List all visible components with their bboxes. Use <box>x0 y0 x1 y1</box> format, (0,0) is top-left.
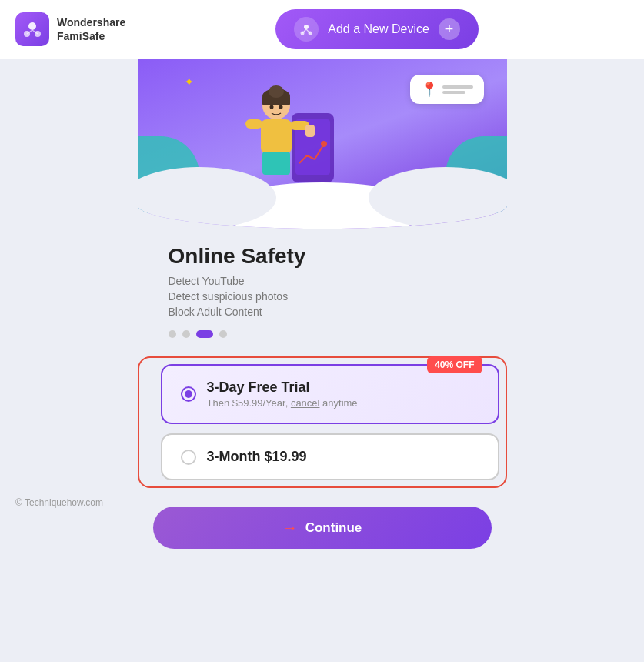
location-pin-icon: 📍 <box>421 81 438 98</box>
feature-item-3: Block Adult Content <box>169 306 476 318</box>
speech-bubble: 📍 <box>410 75 484 104</box>
discount-badge: 40% OFF <box>427 356 482 373</box>
bubble-line-2 <box>442 91 465 94</box>
content-section: Online Safety Detect YouTube Detect susp… <box>138 244 507 356</box>
add-device-button[interactable]: Add a New Device + <box>275 9 479 49</box>
continue-arrow-red: → <box>282 519 298 537</box>
app-header: Wondershare FamiSafe Add a New Device + <box>0 0 644 59</box>
continue-label: Continue <box>305 520 362 536</box>
plan-trial-inner: 3-Day Free Trial Then $59.99/Year, cance… <box>181 379 479 409</box>
add-device-plus: + <box>439 18 460 40</box>
plans-container: 40% OFF 3-Day Free Trial Then $59.99/Yea… <box>145 364 515 480</box>
star-1: ✦ <box>184 75 194 89</box>
plan-monthly-inner: 3-Month $19.99 <box>181 449 479 465</box>
dot-2[interactable] <box>182 330 190 338</box>
radio-monthly[interactable] <box>181 450 196 465</box>
svg-point-15 <box>269 85 284 98</box>
add-device-label: Add a New Device <box>328 22 429 36</box>
bubble-lines <box>442 85 473 94</box>
plan-card-trial[interactable]: 40% OFF 3-Day Free Trial Then $59.99/Yea… <box>161 364 499 424</box>
svg-point-5 <box>304 25 309 29</box>
app-logo-text: Wondershare FamiSafe <box>57 15 125 43</box>
svg-rect-16 <box>261 119 292 154</box>
main-content: ✦ ✦ ✦ <box>0 59 644 662</box>
plan-trial-name: 3-Day Free Trial <box>207 379 358 396</box>
radio-trial[interactable] <box>181 386 196 402</box>
add-device-icon <box>294 17 319 42</box>
svg-rect-17 <box>245 119 262 129</box>
dot-1[interactable] <box>169 330 176 338</box>
svg-point-0 <box>28 22 36 30</box>
dot-3-active[interactable] <box>196 330 213 338</box>
watermark: © Techniquehow.com <box>15 497 103 508</box>
svg-point-23 <box>321 141 327 147</box>
feature-item-1: Detect YouTube <box>169 275 476 287</box>
svg-point-21 <box>279 105 282 109</box>
svg-point-20 <box>269 105 273 109</box>
radio-trial-inner <box>185 390 192 398</box>
plan-trial-sub: Then $59.99/Year, cancel anytime <box>207 397 358 409</box>
page-dots <box>169 330 476 338</box>
plan-monthly-name: 3-Month $19.99 <box>207 449 307 465</box>
plan-card-monthly[interactable]: 3-Month $19.99 <box>161 433 499 480</box>
dot-4[interactable] <box>219 330 227 338</box>
svg-rect-19 <box>305 125 315 137</box>
svg-line-9 <box>306 29 310 33</box>
plans-wrapper: 40% OFF 3-Day Free Trial Then $59.99/Yea… <box>138 356 507 488</box>
continue-button[interactable]: → Continue <box>153 507 492 549</box>
plan-monthly-info: 3-Month $19.99 <box>207 449 307 465</box>
plan-trial-info: 3-Day Free Trial Then $59.99/Year, cance… <box>207 379 358 409</box>
app-logo-icon <box>15 12 49 46</box>
feature-list: Detect YouTube Detect suspicious photos … <box>169 275 476 318</box>
hero-illustration: ✦ ✦ ✦ <box>138 59 507 229</box>
logo-area: Wondershare FamiSafe <box>15 12 125 46</box>
page-title: Online Safety <box>169 244 476 269</box>
svg-line-8 <box>302 29 306 33</box>
feature-item-2: Detect suspicious photos <box>169 290 476 303</box>
bubble-line-1 <box>442 85 473 89</box>
svg-rect-22 <box>262 152 290 175</box>
